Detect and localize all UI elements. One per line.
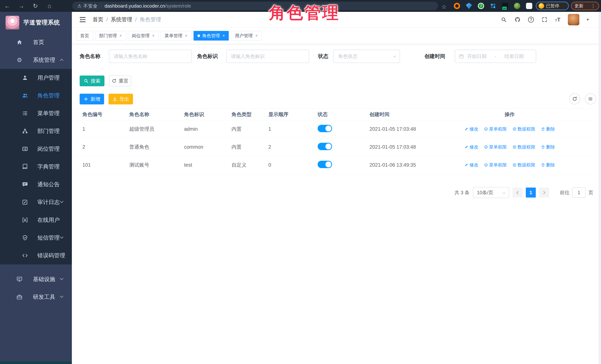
delete-action[interactable]: 删除 <box>541 126 555 132</box>
sidebar-item-error-codes[interactable]: 错误码管理 <box>0 247 72 264</box>
sidebar-item-home[interactable]: 首页 <box>0 33 72 51</box>
close-icon[interactable]: × <box>223 33 225 38</box>
tab-departments[interactable]: 部门管理× <box>95 31 126 40</box>
sidebar-item-menus[interactable]: 菜单管理 <box>0 104 72 122</box>
menu-permission-action[interactable]: 菜单权限 <box>484 126 507 132</box>
browser-forward-button[interactable]: → <box>17 1 26 10</box>
app-title: 芋道管理系统 <box>23 19 60 27</box>
search-icon[interactable] <box>501 17 507 23</box>
breadcrumb-home[interactable]: 首页 <box>93 16 103 23</box>
extension-icon-green[interactable]: 7 <box>478 3 484 9</box>
user-avatar[interactable] <box>568 14 579 25</box>
cell-role-name: 测试账号 <box>120 156 176 174</box>
sidebar-item-label: 部门管理 <box>37 127 60 135</box>
data-permission-action[interactable]: 数据权限 <box>512 126 535 132</box>
data-permission-action[interactable]: 数据权限 <box>512 162 535 168</box>
menu-permission-action[interactable]: 菜单权限 <box>484 162 507 168</box>
refresh-icon <box>112 79 117 83</box>
refresh-list-button[interactable] <box>569 93 580 104</box>
sidebar-item-system[interactable]: ⚙ 系统管理 <box>0 51 72 69</box>
security-label: 不安全 <box>83 3 98 9</box>
extension-icon-gem[interactable] <box>466 3 472 9</box>
tab-posts[interactable]: 岗位管理× <box>128 31 159 40</box>
fullscreen-icon[interactable] <box>541 17 548 23</box>
add-button[interactable]: 新增 <box>80 94 104 104</box>
edit-action[interactable]: 修改 <box>464 126 478 132</box>
caret-down-icon[interactable]: ▾ <box>587 17 589 22</box>
scrollbar[interactable] <box>599 12 601 364</box>
sidebar-item-sms[interactable]: 短信管理 <box>0 229 72 247</box>
extension-icon-monkey[interactable] <box>514 3 520 9</box>
next-page-button[interactable] <box>539 187 549 197</box>
sidebar-item-posts[interactable]: 岗位管理 <box>0 140 72 158</box>
bookmark-star-icon[interactable]: ☆ <box>439 2 449 11</box>
docs-help-icon[interactable]: ? <box>528 17 534 23</box>
extension-icon-dots[interactable] <box>490 3 496 9</box>
create-time-range-picker[interactable]: 开始日期 - 结束日期 <box>455 50 536 63</box>
sidebar-item-notice[interactable]: 通知公告 <box>0 176 72 193</box>
role-key-input[interactable] <box>226 50 309 63</box>
close-icon[interactable]: × <box>255 33 258 38</box>
status-toggle[interactable] <box>318 125 332 132</box>
status-select[interactable]: 角色状态 <box>333 50 400 63</box>
tab-roles[interactable]: 角色管理× <box>193 31 229 40</box>
users-icon <box>22 92 28 99</box>
edit-action[interactable]: 修改 <box>464 162 478 168</box>
home-icon <box>16 39 23 45</box>
sidebar-item-online-users[interactable]: 在线用户 <box>0 211 72 229</box>
paused-label: 已暂停 <box>546 3 559 9</box>
sidebar-item-roles[interactable]: 角色管理 <box>0 87 72 104</box>
browser-update-button[interactable]: 更新 ⋮ <box>571 2 599 10</box>
chevron-right-icon <box>542 191 545 194</box>
browser-home-button[interactable]: ⌂ <box>45 1 54 10</box>
font-size-icon[interactable]: TT <box>555 17 561 22</box>
tab-users[interactable]: 用户管理× <box>231 31 261 40</box>
cell-role-name: 普通角色 <box>120 138 176 156</box>
address-bar[interactable]: ⚠ 不安全 dashboard.yudao.iocoder.cn/system/… <box>72 2 438 10</box>
extension-icon-dark[interactable]: on <box>502 3 508 9</box>
close-icon[interactable]: × <box>120 33 122 38</box>
app-logo[interactable]: 芋道管理系统 <box>0 12 72 33</box>
chevron-down-icon <box>60 276 63 280</box>
reset-button[interactable]: 重置 <box>109 76 131 86</box>
sidebar-item-dev-tools[interactable]: 研发工具 <box>0 288 72 306</box>
column-settings-button[interactable] <box>585 93 596 104</box>
goto-page-input[interactable] <box>572 187 586 198</box>
breadcrumb-system[interactable]: 系统管理 <box>111 16 132 23</box>
prev-page-button[interactable] <box>512 187 522 197</box>
sidebar-item-infrastructure[interactable]: 基础设施 <box>0 270 72 288</box>
export-button[interactable]: 导出 <box>109 94 133 104</box>
chevron-down-icon <box>393 54 396 57</box>
sidebar-item-dict[interactable]: 字典管理 <box>0 158 72 176</box>
extensions-puzzle-icon[interactable] <box>526 3 532 9</box>
profile-paused-chip[interactable]: 已暂停 <box>536 2 569 10</box>
role-name-input[interactable] <box>109 50 192 63</box>
sidebar-collapse-icon[interactable] <box>79 16 86 23</box>
status-toggle[interactable] <box>318 143 332 150</box>
sidebar-item-label: 岗位管理 <box>37 145 60 153</box>
delete-action[interactable]: 删除 <box>541 144 555 150</box>
edit-action[interactable]: 修改 <box>464 144 478 150</box>
action-label: 修改 <box>470 144 478 150</box>
close-icon[interactable]: × <box>152 33 155 38</box>
data-permission-action[interactable]: 数据权限 <box>512 144 535 150</box>
search-button[interactable]: 搜索 <box>80 76 104 86</box>
tab-menus[interactable]: 菜单管理× <box>161 31 191 40</box>
status-toggle[interactable] <box>318 161 332 168</box>
filter-label-key: 角色标识 <box>197 50 218 63</box>
page-size-select[interactable]: 10条/页 <box>473 187 509 198</box>
github-icon[interactable] <box>514 17 521 23</box>
close-icon[interactable]: × <box>185 33 187 38</box>
main-content: 角色名称 角色标识 状态 角色状态 创建时间 开始日期 - 结束日期 搜索 重置… <box>72 44 601 364</box>
sidebar-item-departments[interactable]: 部门管理 <box>0 122 72 140</box>
current-page-button[interactable]: 1 <box>526 187 536 197</box>
extension-icon-orange[interactable] <box>454 3 460 9</box>
menu-permission-action[interactable]: 菜单权限 <box>484 144 507 150</box>
sidebar-item-users[interactable]: 用户管理 <box>0 69 72 87</box>
delete-action[interactable]: 删除 <box>541 162 555 168</box>
tab-home[interactable]: 首页 <box>76 31 93 40</box>
sidebar-item-audit-log[interactable]: 审计日志 <box>0 193 72 211</box>
browser-reload-button[interactable]: ↻ <box>31 1 40 10</box>
browser-menu-icon[interactable]: ⋮ <box>591 3 596 9</box>
browser-back-button[interactable]: ← <box>3 1 12 10</box>
